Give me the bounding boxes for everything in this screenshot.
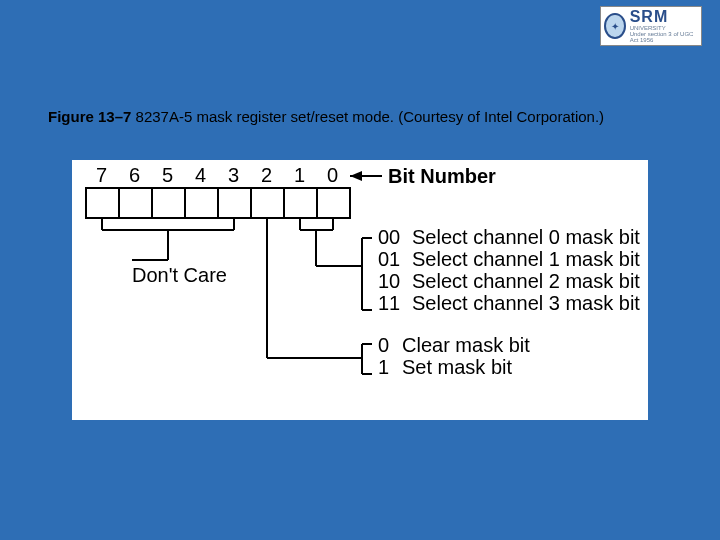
bit-label-5: 5 bbox=[162, 164, 173, 186]
bit-label-1: 1 bbox=[294, 164, 305, 186]
bit-label-0: 0 bbox=[327, 164, 338, 186]
university-logo: ✦ SRM UNIVERSITY Under section 3 of UGC … bbox=[600, 6, 702, 46]
dont-care-label: Don't Care bbox=[132, 264, 227, 286]
sel-code-00: 00 bbox=[378, 226, 400, 248]
logo-tag: Under section 3 of UGC Act 1956 bbox=[630, 31, 701, 43]
figure-caption: Figure 13–7 8237A-5 mask register set/re… bbox=[48, 108, 672, 125]
bit-label-6: 6 bbox=[129, 164, 140, 186]
sel-code-01: 01 bbox=[378, 248, 400, 270]
bit-number-label: Bit Number bbox=[388, 165, 496, 187]
bit-label-4: 4 bbox=[195, 164, 206, 186]
mask-text-0: Clear mask bit bbox=[402, 334, 530, 356]
logo-seal-icon: ✦ bbox=[604, 13, 626, 39]
figure-caption-text: 8237A-5 mask register set/reset mode. (C… bbox=[131, 108, 604, 125]
mask-code-0: 0 bbox=[378, 334, 389, 356]
sel-code-11: 11 bbox=[378, 292, 400, 314]
bit-label-7: 7 bbox=[96, 164, 107, 186]
mask-text-1: Set mask bit bbox=[402, 356, 512, 378]
sel-text-10: Select channel 2 mask bit bbox=[412, 270, 640, 292]
sel-text-11: Select channel 3 mask bit bbox=[412, 292, 640, 314]
figure-number: Figure 13–7 bbox=[48, 108, 131, 125]
bit-label-2: 2 bbox=[261, 164, 272, 186]
mask-code-1: 1 bbox=[378, 356, 389, 378]
sel-text-01: Select channel 1 mask bit bbox=[412, 248, 640, 270]
arrow-left-icon bbox=[350, 171, 362, 181]
bit-label-3: 3 bbox=[228, 164, 239, 186]
logo-text: SRM UNIVERSITY Under section 3 of UGC Ac… bbox=[630, 9, 701, 43]
logo-main: SRM bbox=[630, 9, 701, 25]
sel-text-00: Select channel 0 mask bit bbox=[412, 226, 640, 248]
register-diagram: 7 6 5 4 3 2 1 0 Bit Number Don't Care 00… bbox=[72, 160, 648, 420]
sel-code-10: 10 bbox=[378, 270, 400, 292]
